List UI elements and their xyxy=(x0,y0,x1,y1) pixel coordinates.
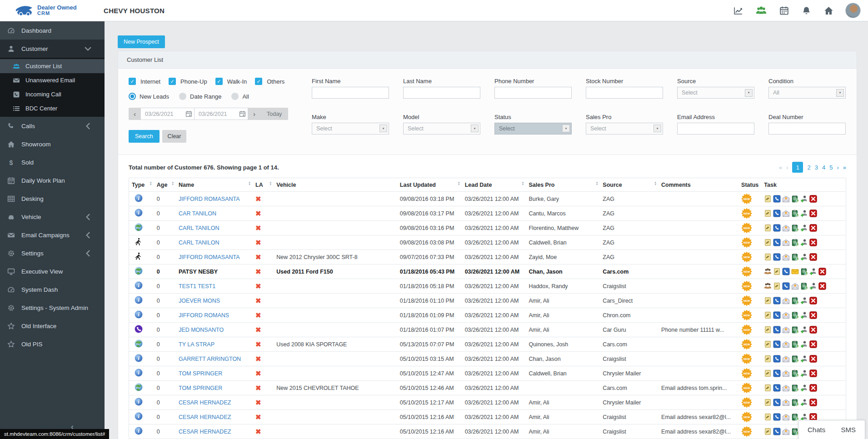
memo-task-icon[interactable] xyxy=(764,428,772,435)
customeradd-task-icon[interactable] xyxy=(800,195,808,203)
phonetask-task-icon[interactable] xyxy=(773,355,781,363)
la-x-icon[interactable]: ✖ xyxy=(255,253,261,261)
date-range-radio[interactable] xyxy=(179,93,186,100)
appointment-task-icon[interactable]: $ xyxy=(791,384,799,392)
column-header-type[interactable]: Type▲▼ xyxy=(129,178,154,192)
today-button[interactable]: Today xyxy=(260,108,288,120)
la-x-icon[interactable]: ✖ xyxy=(255,326,261,334)
new-prospect-button[interactable]: New Prospect xyxy=(118,35,165,48)
notifications-bell-icon[interactable] xyxy=(802,6,811,15)
phone-number-input[interactable] xyxy=(494,87,572,99)
memo-task-icon[interactable] xyxy=(764,224,772,232)
la-x-icon[interactable]: ✖ xyxy=(255,311,261,319)
phonetask-task-icon[interactable] xyxy=(773,311,781,319)
pagination-page-4[interactable]: 4 xyxy=(822,164,825,171)
table-row[interactable]: 0PATSY NESBY✖Used 2011 Ford F15001/18/20… xyxy=(129,264,846,279)
memo-task-icon[interactable] xyxy=(764,340,772,348)
model-select[interactable]: Select▾ xyxy=(403,123,480,135)
customer-name-link[interactable]: CARL TANILON xyxy=(179,239,219,246)
walk-in-checkbox[interactable]: ✓ xyxy=(215,78,223,85)
letter-task-icon[interactable] xyxy=(782,326,790,334)
sort-arrows-icon[interactable]: ▲▼ xyxy=(521,181,524,186)
customeradd-task-icon[interactable] xyxy=(800,340,808,348)
appointment-task-icon[interactable]: $ xyxy=(791,239,799,246)
group-task-icon[interactable] xyxy=(764,268,772,275)
appointment-task-icon[interactable]: $ xyxy=(791,399,799,406)
delete-task-icon[interactable] xyxy=(809,210,817,217)
group-task-icon[interactable] xyxy=(764,282,772,290)
column-header-age[interactable]: Age▲▼ xyxy=(154,178,176,192)
customeradd-task-icon[interactable] xyxy=(800,224,808,232)
customer-name-link[interactable]: PATSY NESBY xyxy=(179,269,218,275)
table-row[interactable]: 0TOM SPRINGER✖New 2015 CHEVROLET TAHOE05… xyxy=(129,381,846,395)
new-leads-radio[interactable] xyxy=(129,93,136,100)
customeradd-task-icon[interactable] xyxy=(800,253,808,261)
appointment-task-icon[interactable]: $ xyxy=(791,369,799,377)
appointment-task-icon[interactable]: $ xyxy=(791,326,799,334)
envyellow-task-icon[interactable] xyxy=(791,268,799,275)
customer-name-link[interactable]: JIFFORD ROMANS xyxy=(179,312,229,319)
phonetask-task-icon[interactable] xyxy=(773,297,781,304)
sidebar-item-system-dash[interactable]: System Dash xyxy=(0,280,105,299)
delete-task-icon[interactable] xyxy=(818,268,826,275)
column-header-name[interactable]: Name▲▼ xyxy=(176,178,253,192)
customer-name-link[interactable]: TOM SPRINGER xyxy=(179,370,222,377)
table-row[interactable]: i0TOM SPRINGER✖05/10/2015 12:47 AM03/26/… xyxy=(129,366,846,381)
sidebar-item-desking[interactable]: Desking xyxy=(0,190,105,208)
sidebar-item-showroom[interactable]: Showroom xyxy=(0,135,105,153)
delete-task-icon[interactable] xyxy=(809,355,817,363)
memo-task-icon[interactable] xyxy=(764,413,772,421)
customeradd-task-icon[interactable] xyxy=(800,297,808,304)
pagination-page-1[interactable]: 1 xyxy=(792,162,803,173)
la-x-icon[interactable]: ✖ xyxy=(255,369,261,377)
table-row[interactable]: i0CESAR HERNADEZ✖05/10/2015 12:16 AM03/2… xyxy=(129,410,846,424)
email-address-input[interactable] xyxy=(677,123,754,135)
letter-task-icon[interactable] xyxy=(782,311,790,319)
customer-name-link[interactable]: GARRETT ARRINGTON xyxy=(179,356,241,362)
table-row[interactable]: i0JOEVER MONS✖01/18/2016 01:10 PM03/26/2… xyxy=(129,294,846,308)
sales-pro-select[interactable]: Select▾ xyxy=(586,123,663,135)
sort-arrows-icon[interactable]: ▲▼ xyxy=(458,181,460,186)
memo-task-icon[interactable] xyxy=(764,253,772,261)
customeradd-task-icon[interactable] xyxy=(800,355,808,363)
letter-task-icon[interactable] xyxy=(782,413,790,421)
delete-task-icon[interactable] xyxy=(809,253,817,261)
customer-name-link[interactable]: CESAR HERNADEZ xyxy=(179,429,231,435)
memo-task-icon[interactable] xyxy=(764,384,772,392)
others-checkbox[interactable]: ✓ xyxy=(255,78,262,85)
delete-task-icon[interactable] xyxy=(809,384,817,392)
source-select[interactable]: Select▾ xyxy=(677,87,754,99)
letter-task-icon[interactable] xyxy=(782,224,790,232)
calendar-icon[interactable] xyxy=(185,110,192,117)
memo-task-icon[interactable] xyxy=(764,369,772,377)
make-select[interactable]: Select▾ xyxy=(312,123,389,135)
phonetask-task-icon[interactable] xyxy=(773,399,781,406)
letter-task-icon[interactable] xyxy=(782,355,790,363)
column-header-source[interactable]: Source▲▼ xyxy=(600,178,658,192)
sidebar-item-executive-view[interactable]: Executive View xyxy=(0,262,105,280)
appointment-task-icon[interactable]: $ xyxy=(800,268,808,275)
home-icon[interactable] xyxy=(824,6,833,15)
customer-name-link[interactable]: CAR TANILON xyxy=(179,210,216,217)
table-row[interactable]: i0CESAR HERNADEZ✖05/10/2015 12:16 AM03/2… xyxy=(129,424,846,439)
la-x-icon[interactable]: ✖ xyxy=(255,384,261,392)
memo-task-icon[interactable] xyxy=(764,326,772,334)
customer-name-link[interactable]: CESAR HERNADEZ xyxy=(179,414,231,420)
sidebar-item-bdc-center[interactable]: BDC Center xyxy=(0,101,105,115)
search-button[interactable]: Search xyxy=(129,130,160,143)
appointment-task-icon[interactable]: $ xyxy=(791,340,799,348)
memo-task-icon[interactable] xyxy=(764,195,772,203)
delete-task-icon[interactable] xyxy=(818,282,826,290)
sidebar-item-customer[interactable]: Customer xyxy=(0,40,105,58)
customer-name-link[interactable]: CARL TANILON xyxy=(179,225,219,231)
sidebar-item-dashboard[interactable]: Dashboard xyxy=(0,21,105,40)
phonetask-task-icon[interactable] xyxy=(773,224,781,232)
phonetask-task-icon[interactable] xyxy=(773,326,781,334)
appointment-task-icon[interactable]: $ xyxy=(791,210,799,217)
pagination-first[interactable]: « xyxy=(779,164,782,171)
customeradd-task-icon[interactable] xyxy=(800,311,808,319)
table-row[interactable]: i0CAR TANILON✖09/08/2016 03:17 PM03/26/2… xyxy=(129,206,846,221)
sort-arrows-icon[interactable]: ▲▼ xyxy=(171,181,174,186)
sort-arrows-icon[interactable]: ▲▼ xyxy=(595,181,598,186)
customer-name-link[interactable]: TY LA STRAP xyxy=(179,341,215,348)
